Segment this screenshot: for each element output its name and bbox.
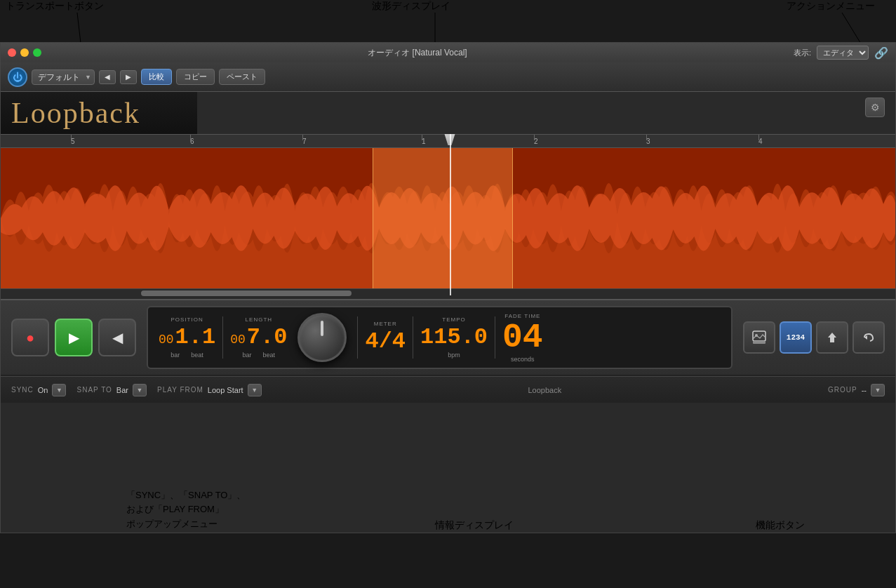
length-bar-value: 00 <box>230 333 246 347</box>
fade-time-display: FADE TIME 04 seconds <box>502 313 543 363</box>
meter-label: METER <box>374 321 397 327</box>
ruler-mark-1: 1 <box>422 135 426 147</box>
position-display: POSITION 00 1.1 bar beat <box>159 316 215 359</box>
record-button[interactable]: ● <box>11 319 49 356</box>
annotation-transport-buttons: トランスポートボタン <box>6 0 104 13</box>
bottom-toolbar: SYNC On ▼ SNAP TO Bar ▼ PLAY FROM Loop S… <box>1 376 895 403</box>
paste-button[interactable]: ペースト <box>219 69 265 85</box>
copy-button[interactable]: コピー <box>176 69 215 85</box>
annotation-waveform-display: 波形ディスプレイ <box>372 0 450 13</box>
play-from-label: PLAY FROM <box>157 386 203 394</box>
close-button[interactable] <box>8 48 16 57</box>
traffic-lights <box>8 48 41 57</box>
app-window: オーディオ [Natural Vocal] 表示: エディタ 🔗 ⏻ デフォルト… <box>0 42 896 533</box>
upload-icon <box>825 330 839 345</box>
ruler-mark-2: 2 <box>534 135 538 147</box>
length-display: LENGTH 00 7.0 bar beat <box>230 316 287 359</box>
playhead[interactable] <box>450 134 451 295</box>
sync-dropdown[interactable]: ▼ <box>52 384 66 396</box>
tempo-knob[interactable] <box>297 313 347 362</box>
preset-select[interactable]: デフォルト <box>32 69 95 85</box>
transport-section: ● ▶ ◀ POSITION 00 1.1 bar beat LENGT <box>1 299 895 376</box>
play-from-value: Loop Start <box>208 386 243 394</box>
length-bar-unit: bar <box>243 352 252 359</box>
ruler-mark-3: 3 <box>646 135 650 147</box>
view-select[interactable]: エディタ <box>817 46 869 60</box>
sync-value: On <box>38 386 48 394</box>
numbers-icon: 1234 <box>787 333 805 342</box>
play-from-dropdown[interactable]: ▼ <box>248 384 262 396</box>
snap-to-label: SNAP TO <box>76 386 112 394</box>
logo-area: Loopback <box>1 92 197 134</box>
power-button[interactable]: ⏻ <box>8 67 27 87</box>
view-label: 表示: <box>794 48 811 58</box>
play-button[interactable]: ▶ <box>55 319 93 356</box>
annotation-action-menu: アクションメニュー <box>787 0 875 13</box>
svg-marker-11 <box>828 333 836 342</box>
undo-icon <box>862 330 876 345</box>
group-value: -- <box>862 386 867 394</box>
compare-button[interactable]: 比較 <box>141 69 172 85</box>
horizontal-scrollbar[interactable] <box>1 288 895 297</box>
loopback-label: Loopback <box>272 386 817 394</box>
function-button-3[interactable] <box>816 321 848 354</box>
play-from-control: PLAY FROM Loop Start ▼ <box>157 384 262 396</box>
title-bar: オーディオ [Natural Vocal] 表示: エディタ 🔗 <box>1 43 895 62</box>
position-beat-value: 1.1 <box>175 324 216 350</box>
snap-to-control: SNAP TO Bar ▼ <box>76 384 146 396</box>
snap-to-dropdown[interactable]: ▼ <box>133 384 147 396</box>
snap-to-value: Bar <box>116 386 128 394</box>
scrollbar-thumb[interactable] <box>141 290 352 296</box>
tempo-unit: bpm <box>448 352 460 359</box>
function-button-4[interactable] <box>852 321 885 354</box>
length-beat-value: 7.0 <box>247 324 288 350</box>
image-icon <box>751 330 767 345</box>
group-control: GROUP -- ▼ <box>828 384 885 396</box>
app-logo: Loopback <box>11 96 140 130</box>
annotation-info-display: 情報ディスプレイ <box>435 519 514 532</box>
position-beat-unit: beat <box>191 352 203 359</box>
sync-control: SYNC On ▼ <box>11 384 66 396</box>
ruler-mark-5: 5 <box>71 135 75 147</box>
next-button[interactable]: ▶ <box>120 70 137 84</box>
info-display: POSITION 00 1.1 bar beat LENGTH 00 7.0 <box>147 306 733 369</box>
function-button-2[interactable]: 1234 <box>780 321 812 354</box>
length-label: LENGTH <box>246 316 272 323</box>
sync-label: SYNC <box>11 386 34 394</box>
meter-display: METER 4/4 <box>365 321 406 354</box>
waveform-area[interactable] <box>1 148 895 288</box>
ruler-mark-7: 7 <box>302 135 307 147</box>
tempo-value: 115.0 <box>420 324 488 350</box>
function-buttons: 1234 <box>743 321 885 354</box>
group-label: GROUP <box>828 386 857 394</box>
transport-buttons: ● ▶ ◀ <box>11 319 136 356</box>
link-icon[interactable]: 🔗 <box>874 46 888 60</box>
minimize-button[interactable] <box>20 48 29 57</box>
svg-rect-9 <box>753 341 765 344</box>
fade-time-value: 04 <box>502 321 543 354</box>
annotation-function-buttons: 機能ボタン <box>756 519 805 532</box>
function-button-1[interactable] <box>743 321 775 354</box>
top-toolbar: ⏻ デフォルト ▼ ◀ ▶ 比較 コピー ペースト <box>1 62 895 92</box>
annotation-sync-snap: 「SYNC」、「SNAP TO」、 および「PLAY FROM」 ポップアップメ… <box>126 488 246 532</box>
meter-value: 4/4 <box>365 328 406 354</box>
fade-time-unit: seconds <box>511 356 535 363</box>
ruler-mark-4: 4 <box>758 135 763 147</box>
settings-gear-button[interactable]: ⚙ <box>865 98 885 117</box>
ruler-mark-6: 6 <box>190 135 194 147</box>
stop-button[interactable]: ◀ <box>98 319 136 356</box>
position-bar-value: 00 <box>159 333 174 347</box>
tempo-display: TEMPO 115.0 bpm <box>420 316 488 359</box>
tempo-label: TEMPO <box>442 316 465 323</box>
prev-button[interactable]: ◀ <box>99 70 116 84</box>
group-dropdown[interactable]: ▼ <box>871 384 885 396</box>
tempo-knob-container <box>294 309 350 366</box>
waveform-selection[interactable] <box>373 148 513 288</box>
position-bar-unit: bar <box>170 352 180 359</box>
window-title: オーディオ [Natural Vocal] <box>41 47 794 59</box>
position-label: POSITION <box>170 316 203 323</box>
fullscreen-button[interactable] <box>33 48 41 57</box>
length-beat-unit: beat <box>263 352 276 359</box>
